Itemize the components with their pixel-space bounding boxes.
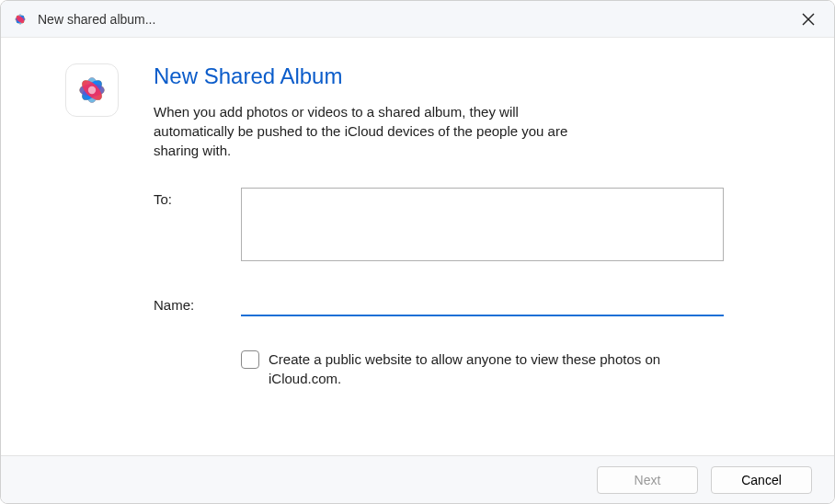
to-label: To: [154, 188, 241, 207]
cancel-button[interactable]: Cancel [711, 466, 812, 494]
photos-app-icon [12, 11, 29, 28]
public-website-row: Create a public website to allow anyone … [241, 349, 724, 388]
name-label: Name: [154, 293, 241, 313]
dialog-content: New Shared Album When you add photos or … [1, 38, 834, 455]
dialog-window: New shared album... [0, 0, 835, 504]
dialog-main: New Shared Album When you add photos or … [154, 63, 724, 437]
to-input[interactable] [241, 188, 724, 261]
close-button[interactable] [790, 1, 827, 38]
dialog-description: When you add photos or videos to a share… [154, 102, 586, 160]
name-input[interactable] [241, 289, 724, 316]
titlebar: New shared album... [1, 1, 834, 38]
to-row: To: [154, 188, 724, 261]
app-icon-large [65, 63, 119, 117]
svg-point-18 [88, 86, 96, 94]
next-button[interactable]: Next [597, 466, 698, 494]
name-row: Name: [154, 289, 724, 316]
dialog-heading: New Shared Album [154, 63, 724, 89]
public-website-label[interactable]: Create a public website to allow anyone … [269, 349, 719, 388]
dialog-footer: Next Cancel [1, 455, 834, 503]
close-icon [802, 13, 815, 26]
photos-flower-icon [73, 71, 111, 109]
window-title: New shared album... [38, 12, 790, 27]
public-website-checkbox[interactable] [241, 350, 259, 369]
